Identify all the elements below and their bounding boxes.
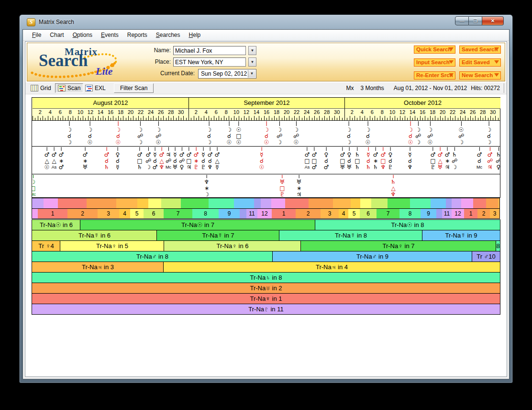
house-band-cell[interactable]: 3: [98, 208, 120, 219]
outer-event-stack[interactable]: ♄△♆: [391, 175, 396, 198]
house-band-cell[interactable]: 4: [339, 208, 349, 219]
aspect-event-stack[interactable]: ♂□♂: [311, 147, 317, 171]
sign-band-cell[interactable]: [388, 198, 410, 209]
house-band-cell[interactable]: 6: [360, 208, 377, 219]
neptune-transit-cell[interactable]: Tr-Na♆ in 1: [32, 293, 500, 304]
aspect-event-stack[interactable]: ♂∗♄: [373, 147, 378, 171]
moon-event-stack[interactable]: ☽☌☉: [408, 121, 413, 146]
re-enter-srch-button[interactable]: Re-Enter Srch: [414, 71, 455, 80]
month-header[interactable]: August 2012: [33, 98, 188, 109]
moon-event-stack[interactable]: ☽☍☉: [293, 121, 299, 146]
sign-band-cell[interactable]: [498, 198, 500, 209]
aspect-event-stack[interactable]: ♂□♇: [430, 147, 435, 171]
place-dropdown-button[interactable]: ▼: [248, 57, 256, 67]
aspect-event-stack[interactable]: ♀☌♂: [324, 147, 329, 171]
sign-band-cell[interactable]: [410, 198, 431, 209]
month-header[interactable]: October 2012: [344, 98, 500, 109]
house-band-cell[interactable]: 5: [130, 208, 144, 219]
aspect-event-stack[interactable]: ☿☌☉: [259, 147, 265, 171]
sun-transit-cell[interactable]: Tr-Na☉ in 6: [32, 219, 81, 230]
house-band-cell[interactable]: [32, 208, 38, 219]
aspect-event-stack[interactable]: ♂☌♆: [208, 147, 213, 171]
sign-band-cell[interactable]: [44, 198, 58, 209]
moon-event-stack[interactable]: ☉□☉: [236, 121, 241, 146]
menu-item-searches[interactable]: Searches: [152, 31, 185, 39]
sign-band-cell[interactable]: [371, 198, 388, 209]
moon-event-stack[interactable]: ☽☌☽: [487, 121, 492, 146]
mercury-transit-cell[interactable]: Tr-Na☿ in 8: [279, 230, 423, 241]
aspect-event-stack[interactable]: ♂∗♂: [59, 147, 64, 171]
menu-item-file[interactable]: File: [28, 31, 45, 39]
house-band-cell[interactable]: 2: [477, 208, 490, 219]
aspect-event-stack[interactable]: ♂☍☽: [145, 147, 151, 171]
saturn-transit-cell[interactable]: Tr-Na♄ in 8: [32, 272, 500, 283]
aspect-event-stack[interactable]: ♂△♆: [159, 147, 165, 171]
moon-event-stack[interactable]: ☽☌☉: [88, 121, 93, 146]
moon-event-stack[interactable]: ☽☍☉: [155, 121, 161, 146]
sign-band-cell[interactable]: [87, 198, 117, 209]
aspect-event-stack[interactable]: ♂□♄: [137, 147, 142, 171]
sign-band-cell[interactable]: [161, 198, 181, 209]
aspect-event-stack[interactable]: ☿☌♂: [153, 147, 158, 171]
menu-item-help[interactable]: Help: [185, 31, 205, 39]
aspect-event-stack[interactable]: ♂□As: [304, 147, 310, 171]
house-band-cell[interactable]: 6: [144, 208, 164, 219]
house-band-cell[interactable]: 1: [38, 208, 68, 219]
mercury-transit-cell[interactable]: Tr-Na☿ in 7: [156, 230, 280, 241]
house-band-cell[interactable]: 2: [67, 208, 98, 219]
house-band-cell[interactable]: 8: [192, 208, 219, 219]
menu-item-events[interactable]: Events: [97, 31, 123, 39]
jupiter-transit-cell[interactable]: Tr-Na♃ in 4: [163, 262, 500, 273]
venus-transit-cell[interactable]: Tr ♀4: [32, 240, 61, 251]
moon-event-stack[interactable]: ☽☌☉: [227, 121, 232, 146]
sign-band-cell[interactable]: [116, 198, 138, 209]
sign-band-cell[interactable]: [486, 198, 499, 209]
sun-transit-cell[interactable]: Tr-Na☉ in 7: [80, 219, 316, 230]
aspect-event-stack[interactable]: ♄☍☽: [452, 147, 457, 171]
exl-button[interactable]: EXL: [83, 83, 108, 93]
aspect-event-stack[interactable]: ♂∗♃: [445, 147, 450, 171]
sign-band-cell[interactable]: [431, 198, 446, 209]
house-band-cell[interactable]: 7: [164, 208, 193, 219]
title-bar[interactable]: S Matrix Search — ❐ ✕: [20, 15, 512, 29]
moon-event-stack[interactable]: ☽☍☽: [415, 121, 421, 146]
house-band-cell[interactable]: [240, 208, 247, 219]
house-band-cell[interactable]: 8: [399, 208, 421, 219]
sign-band-cell[interactable]: [148, 198, 162, 209]
aspect-event-stack[interactable]: ♂□♆: [380, 147, 386, 171]
venus-transit-cell[interactable]: Tr-Na♀ in 7: [300, 240, 497, 251]
moon-event-stack[interactable]: ☽☌☽: [346, 121, 352, 146]
sign-band-cell[interactable]: [261, 198, 272, 209]
edit-saved-button[interactable]: Edit Saved: [459, 58, 501, 67]
moon-event-stack[interactable]: ☉☍☽: [458, 121, 464, 146]
sign-band-cell[interactable]: [461, 198, 474, 209]
house-band-cell[interactable]: 11: [442, 208, 452, 219]
aspect-event-stack[interactable]: ☿☌♆: [408, 147, 413, 171]
aspect-event-stack[interactable]: ♄☍♀: [496, 147, 500, 171]
moon-event-stack[interactable]: ☽☍☉: [427, 121, 433, 146]
house-band-cell[interactable]: 4: [119, 208, 131, 219]
name-input[interactable]: [173, 46, 246, 55]
current-date-combo[interactable]: Sun Sep 02, 2012 ▼: [198, 69, 256, 79]
grid-button[interactable]: Grid: [28, 83, 54, 93]
aspect-event-stack[interactable]: ☿☌♄: [366, 147, 371, 171]
aspect-event-stack[interactable]: ♂∗♅: [83, 147, 88, 171]
house-band-cell[interactable]: 1: [464, 208, 478, 219]
house-band-cell[interactable]: 5: [348, 208, 360, 219]
sign-band-cell[interactable]: [32, 198, 44, 209]
sign-band-cell[interactable]: [137, 198, 149, 209]
new-search-button[interactable]: New Search: [459, 71, 501, 80]
menu-item-options[interactable]: Options: [68, 31, 97, 39]
moon-event-stack[interactable]: ☽☍☽: [277, 121, 282, 146]
house-band-cell[interactable]: 3: [321, 208, 339, 219]
aspect-event-stack[interactable]: ♃☍Mc: [166, 147, 171, 171]
scan-button[interactable]: Scan: [55, 83, 83, 93]
outer-event-stack[interactable]: ☽□Mc: [32, 175, 36, 198]
aspect-event-stack[interactable]: ♂△As: [52, 147, 57, 171]
aspect-event-stack[interactable]: ☿☌♅: [173, 147, 178, 171]
pluto-transit-cell[interactable]: Tr-Na♇ in 11: [32, 304, 500, 315]
venus-transit-cell[interactable]: 8: [496, 240, 500, 251]
mars-transit-cell[interactable]: Tr-Na♂ in 8: [32, 251, 273, 262]
house-band-cell[interactable]: 12: [257, 208, 272, 219]
aspect-event-stack[interactable]: ♂☌Mc: [477, 147, 482, 171]
